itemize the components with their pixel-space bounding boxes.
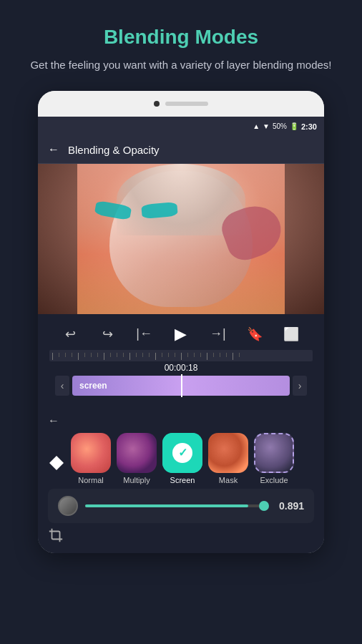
controls-section: ↩ ↪ |← ▶ →| 🔖 ⬜	[38, 314, 324, 406]
blend-thumb-exclude	[254, 433, 294, 473]
phone-top-bar	[38, 91, 324, 117]
diamond-icon	[48, 454, 65, 472]
bottom-toolbar	[38, 523, 324, 547]
time-indicator: 00:00:18	[49, 363, 313, 373]
go-to-end-button[interactable]: →|	[206, 323, 229, 346]
top-section: Blending Modes Get the feeling you want …	[0, 0, 362, 91]
blend-label-screen: Screen	[170, 476, 195, 484]
blend-modes-row: Normal Multiply ✓	[38, 430, 324, 489]
track-prev-button[interactable]: ‹	[55, 376, 69, 396]
opacity-icon	[58, 496, 78, 516]
blend-modes-list: Normal Multiply ✓	[71, 433, 294, 484]
blend-back-button[interactable]: ←	[48, 414, 59, 426]
undo-button[interactable]: ↩	[59, 323, 82, 346]
blend-mode-screen[interactable]: ✓ Screen	[162, 433, 202, 484]
page-title: Blending Modes	[14, 26, 348, 49]
camera-dot	[154, 101, 160, 107]
bookmark-button[interactable]: 🔖	[243, 323, 266, 346]
blend-mode-multiply[interactable]: Multiply	[117, 433, 157, 484]
opacity-slider-fill	[85, 504, 248, 507]
export-button[interactable]: ⬜	[280, 323, 303, 346]
phone-frame: ▲ ▼ 50% 🔋 2:30 ← Blending & Opacity	[38, 91, 324, 553]
time-display: 2:30	[301, 122, 317, 131]
battery-percent: 50%	[273, 122, 287, 130]
blend-nav: ←	[38, 411, 324, 430]
blending-panel: ← Normal Multiply	[38, 406, 324, 553]
status-bar: ▲ ▼ 50% 🔋 2:30	[38, 117, 324, 137]
blend-mode-exclude[interactable]: Exclude	[254, 433, 294, 484]
back-button[interactable]: ←	[48, 143, 59, 156]
opacity-value: 0.891	[275, 500, 304, 512]
go-to-start-button[interactable]: |←	[133, 323, 156, 346]
wifi-icon: ▼	[263, 122, 270, 130]
crop-icon[interactable]	[48, 527, 64, 543]
track-label[interactable]: screen	[72, 376, 290, 396]
page-subtitle: Get the feeling you want with a variety …	[14, 57, 348, 74]
timeline-ruler[interactable]	[49, 350, 313, 361]
play-button[interactable]: ▶	[170, 323, 192, 346]
blend-label-mask: Mask	[219, 476, 238, 484]
signal-icon: ▲	[253, 122, 260, 130]
svg-marker-0	[49, 456, 64, 470]
blend-thumb-normal	[71, 433, 111, 473]
blend-mode-mask[interactable]: Mask	[208, 433, 248, 484]
phone-speaker	[165, 102, 208, 106]
video-preview	[38, 164, 324, 314]
nav-title: Blending & Opacity	[68, 144, 160, 156]
selected-ring	[162, 433, 202, 473]
blend-thumb-screen: ✓	[162, 433, 202, 473]
battery-icon: 🔋	[290, 122, 298, 130]
redo-button[interactable]: ↪	[96, 323, 119, 346]
blend-mode-normal[interactable]: Normal	[71, 433, 111, 484]
track-next-button[interactable]: ›	[293, 376, 307, 396]
track-section: ‹ screen ›	[49, 374, 313, 397]
blend-label-exclude: Exclude	[260, 476, 288, 484]
blend-thumb-mask	[208, 433, 248, 473]
opacity-section: 0.891	[48, 489, 314, 523]
blend-label-multiply: Multiply	[123, 476, 150, 484]
status-icons: ▲ ▼ 50% 🔋 2:30	[253, 122, 317, 131]
opacity-slider-thumb[interactable]	[259, 501, 269, 511]
transport-controls: ↩ ↪ |← ▶ →| 🔖 ⬜	[38, 320, 324, 348]
blend-thumb-multiply	[117, 433, 157, 473]
nav-bar: ← Blending & Opacity	[38, 137, 324, 164]
track-cursor	[181, 374, 182, 397]
opacity-slider-track[interactable]	[85, 504, 268, 507]
blend-label-normal: Normal	[78, 476, 103, 484]
phone-screen: ▲ ▼ 50% 🔋 2:30 ← Blending & Opacity	[38, 117, 324, 553]
timeline-section: 00:00:18 ‹ screen ›	[38, 348, 324, 400]
